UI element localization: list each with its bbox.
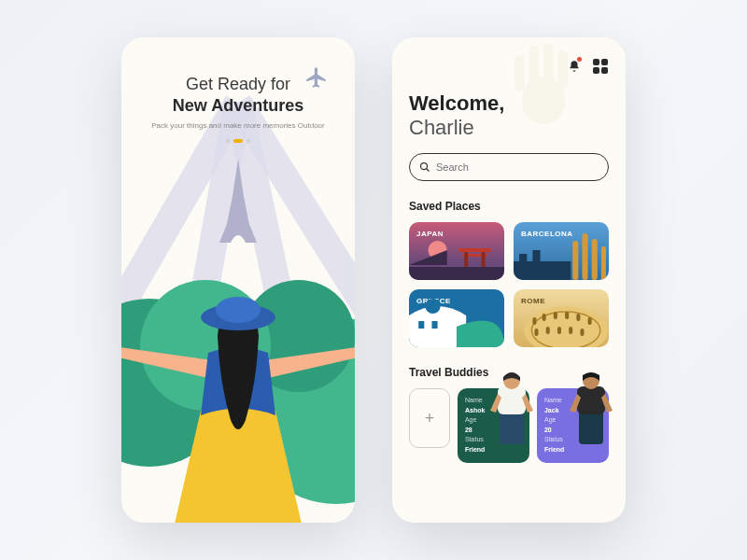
saved-places-heading: Saved Places	[409, 200, 609, 213]
buddy-card[interactable]: Name Jack Age 20 Status Friend	[537, 388, 609, 463]
place-card-rome[interactable]: ROME	[514, 289, 609, 347]
buddy-name: Ashok	[465, 407, 485, 413]
svg-rect-37	[557, 327, 561, 334]
buddy-status: Friend	[544, 446, 564, 453]
traveller-illustration	[121, 252, 355, 523]
svg-point-24	[425, 299, 440, 314]
buddy-status-label: Status	[465, 436, 484, 442]
buddy-card[interactable]: Name Ashok Age 28 Status Friend	[458, 388, 529, 463]
svg-rect-19	[532, 250, 540, 267]
svg-rect-44	[577, 386, 605, 414]
svg-rect-38	[569, 327, 572, 334]
svg-rect-21	[582, 233, 587, 280]
svg-rect-29	[532, 317, 536, 325]
onboarding-subtitle: Pack your things and make more memories …	[151, 121, 324, 130]
buddy-name: Jack	[544, 407, 559, 413]
svg-rect-32	[565, 312, 569, 319]
page-indicator[interactable]	[151, 139, 324, 143]
svg-point-9	[421, 163, 428, 170]
menu-grid-button[interactable]	[592, 58, 609, 75]
home-screen: Welcome, Charlie Saved Places JAPAN BARC…	[392, 37, 626, 523]
svg-rect-41	[498, 386, 526, 414]
buddy-age-label: Age	[544, 416, 556, 423]
svg-rect-25	[418, 321, 424, 329]
buddy-status: Friend	[465, 446, 485, 453]
notifications-button[interactable]	[566, 58, 583, 75]
buddy-age: 20	[544, 427, 552, 433]
svg-rect-16	[409, 267, 504, 280]
handprint-decoration	[506, 43, 581, 127]
svg-rect-39	[580, 329, 584, 336]
svg-rect-20	[572, 241, 578, 280]
onboarding-screen: Get Ready for New Adventures Pack your t…	[121, 37, 355, 523]
page-dot[interactable]	[247, 139, 250, 143]
svg-rect-23	[601, 246, 606, 280]
buddy-status-label: Status	[544, 436, 563, 442]
svg-rect-12	[458, 248, 491, 252]
search-icon	[419, 161, 430, 173]
svg-rect-26	[431, 321, 437, 329]
buddy-avatar	[488, 370, 535, 444]
bell-icon	[568, 60, 581, 73]
page-dot-active[interactable]	[233, 139, 243, 143]
notification-dot-icon	[577, 57, 582, 62]
svg-rect-22	[592, 239, 598, 280]
svg-rect-18	[519, 254, 527, 267]
svg-rect-34	[588, 317, 592, 325]
search-bar[interactable]	[409, 153, 609, 181]
svg-rect-6	[529, 46, 539, 89]
place-card-barcelona[interactable]: BARCELONA	[514, 222, 609, 280]
onboarding-title-line1: Get Ready for	[151, 75, 324, 94]
place-card-greece[interactable]: GREECE	[409, 289, 504, 347]
svg-rect-35	[534, 329, 538, 336]
buddy-age-label: Age	[465, 416, 476, 423]
svg-rect-7	[543, 43, 553, 89]
svg-point-3	[216, 297, 261, 323]
page-dot[interactable]	[226, 139, 230, 143]
buddy-avatar	[568, 370, 614, 444]
grid-icon	[593, 59, 608, 74]
buddy-name-label: Name	[465, 397, 483, 403]
svg-rect-5	[514, 55, 524, 91]
search-input[interactable]	[436, 161, 599, 173]
svg-line-10	[427, 169, 430, 172]
eiffel-tower-icon	[219, 159, 257, 243]
svg-rect-33	[576, 314, 580, 321]
add-buddy-button[interactable]: +	[409, 388, 450, 448]
buddy-age: 28	[465, 427, 472, 433]
onboarding-title-line2: New Adventures	[151, 96, 324, 116]
svg-rect-36	[546, 327, 550, 334]
svg-rect-30	[543, 314, 546, 321]
svg-rect-31	[554, 312, 557, 319]
place-card-japan[interactable]: JAPAN	[409, 222, 504, 280]
buddy-name-label: Name	[544, 397, 562, 403]
